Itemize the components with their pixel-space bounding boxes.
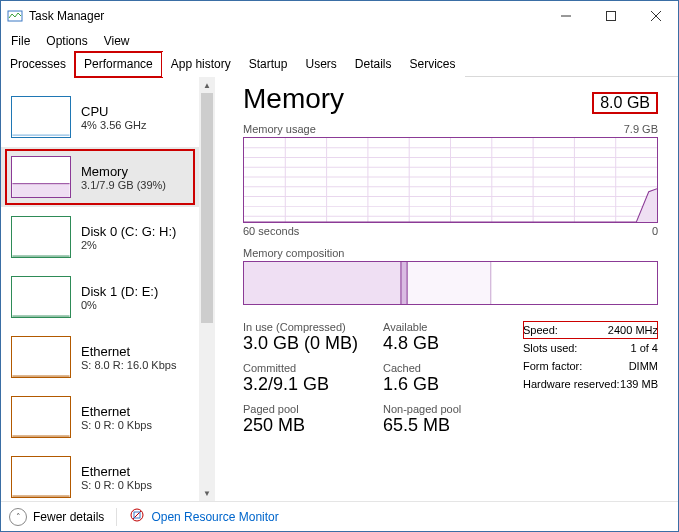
maximize-button[interactable] [588, 1, 633, 30]
memory-thumb [11, 156, 71, 198]
available-label: Available [383, 321, 493, 333]
tab-users[interactable]: Users [296, 52, 345, 77]
sidebar-item-cpu[interactable]: CPU 4% 3.56 GHz [1, 87, 199, 147]
memory-total: 8.0 GB [592, 92, 658, 114]
statusbar: ˄ Fewer details Open Resource Monitor [1, 501, 678, 531]
tab-app-history[interactable]: App history [162, 52, 240, 77]
scroll-track[interactable] [199, 93, 215, 485]
sidebar-item-eth1[interactable]: Ethernet S: 0 R: 0 Kbps [1, 387, 199, 447]
content: CPU 4% 3.56 GHz Memory 3.1/7.9 GB (39%) [1, 77, 678, 501]
tab-processes[interactable]: Processes [1, 52, 75, 77]
memory-composition-graph[interactable] [243, 261, 658, 305]
slots-label: Slots used: [523, 342, 577, 354]
eth0-text: Ethernet S: 8.0 R: 16.0 Kbps [81, 344, 176, 371]
in-use-value: 3.0 GB (0 MB) [243, 333, 383, 354]
window-controls [543, 1, 678, 31]
tab-services[interactable]: Services [401, 52, 465, 77]
disk0-sub: 2% [81, 239, 176, 251]
stat-in-use: In use (Compressed) 3.0 GB (0 MB) [243, 321, 383, 354]
speed-label: Speed: [523, 324, 558, 336]
sidebar-item-disk1[interactable]: Disk 1 (D: E:) 0% [1, 267, 199, 327]
eth2-sub: S: 0 R: 0 Kbps [81, 479, 152, 491]
scroll-thumb[interactable] [201, 93, 213, 323]
eth0-sub: S: 8.0 R: 16.0 Kbps [81, 359, 176, 371]
stat-nonpaged: Non-paged pool 65.5 MB [383, 403, 493, 436]
cached-value: 1.6 GB [383, 374, 493, 395]
close-button[interactable] [633, 1, 678, 30]
sidebar-item-eth2[interactable]: Ethernet S: 0 R: 0 Kbps [1, 447, 199, 501]
row-speed: Speed: 2400 MHz [523, 321, 658, 339]
usage-label-row: Memory usage 7.9 GB [243, 123, 658, 135]
tab-performance[interactable]: Performance [75, 52, 162, 77]
committed-label: Committed [243, 362, 383, 374]
row-slots: Slots used: 1 of 4 [523, 339, 658, 357]
stats: In use (Compressed) 3.0 GB (0 MB) Availa… [243, 321, 658, 444]
usage-max: 7.9 GB [624, 123, 658, 135]
cached-label: Cached [383, 362, 493, 374]
eth0-thumb [11, 336, 71, 378]
slots-value: 1 of 4 [630, 342, 658, 354]
row-form: Form factor: DIMM [523, 357, 658, 375]
cpu-sub: 4% 3.56 GHz [81, 119, 146, 131]
resource-monitor-icon [129, 507, 145, 526]
committed-value: 3.2/9.1 GB [243, 374, 383, 395]
nonpaged-label: Non-paged pool [383, 403, 493, 415]
eth1-title: Ethernet [81, 404, 152, 419]
usage-x-row: 60 seconds 0 [243, 225, 658, 237]
page-title: Memory [243, 83, 344, 115]
memory-text: Memory 3.1/7.9 GB (39%) [81, 164, 166, 191]
available-value: 4.8 GB [383, 333, 493, 354]
cpu-title: CPU [81, 104, 146, 119]
minimize-button[interactable] [543, 1, 588, 30]
cpu-text: CPU 4% 3.56 GHz [81, 104, 146, 131]
sidebar-scrollbar[interactable]: ▲ ▼ [199, 77, 215, 501]
tab-startup[interactable]: Startup [240, 52, 297, 77]
main-pane: Memory 8.0 GB Memory usage 7.9 GB [215, 77, 678, 501]
paged-label: Paged pool [243, 403, 383, 415]
eth2-title: Ethernet [81, 464, 152, 479]
eth1-thumb [11, 396, 71, 438]
disk0-text: Disk 0 (C: G: H:) 2% [81, 224, 176, 251]
paged-value: 250 MB [243, 415, 383, 436]
disk0-title: Disk 0 (C: G: H:) [81, 224, 176, 239]
row-hwres: Hardware reserved: 139 MB [523, 375, 658, 393]
eth0-title: Ethernet [81, 344, 176, 359]
tab-details[interactable]: Details [346, 52, 401, 77]
sidebar: CPU 4% 3.56 GHz Memory 3.1/7.9 GB (39%) [1, 77, 199, 501]
titlebar[interactable]: Task Manager [1, 1, 678, 31]
cpu-thumb [11, 96, 71, 138]
scroll-down-button[interactable]: ▼ [199, 485, 215, 501]
x-right: 0 [652, 225, 658, 237]
open-resource-monitor-link[interactable]: Open Resource Monitor [129, 507, 278, 526]
sidebar-item-memory[interactable]: Memory 3.1/7.9 GB (39%) [1, 147, 199, 207]
open-resource-monitor-label: Open Resource Monitor [151, 510, 278, 524]
fewer-details-label: Fewer details [33, 510, 104, 524]
memory-title: Memory [81, 164, 166, 179]
svg-rect-2 [606, 11, 615, 20]
stat-committed: Committed 3.2/9.1 GB [243, 362, 383, 395]
menu-view[interactable]: View [96, 32, 138, 50]
fewer-details-button[interactable]: ˄ Fewer details [9, 508, 104, 526]
sidebar-item-eth0[interactable]: Ethernet S: 8.0 R: 16.0 Kbps [1, 327, 199, 387]
menu-file[interactable]: File [3, 32, 38, 50]
stat-paged: Paged pool 250 MB [243, 403, 383, 436]
stat-available: Available 4.8 GB [383, 321, 493, 354]
menu-options[interactable]: Options [38, 32, 95, 50]
svg-rect-30 [401, 262, 407, 304]
main-header: Memory 8.0 GB [243, 83, 658, 115]
stat-cached: Cached 1.6 GB [383, 362, 493, 395]
svg-rect-31 [407, 262, 491, 304]
disk1-sub: 0% [81, 299, 158, 311]
disk1-title: Disk 1 (D: E:) [81, 284, 158, 299]
memory-usage-graph[interactable] [243, 137, 658, 223]
hwres-value: 139 MB [620, 378, 658, 390]
nonpaged-value: 65.5 MB [383, 415, 493, 436]
scroll-up-button[interactable]: ▲ [199, 77, 215, 93]
window-title: Task Manager [29, 9, 543, 23]
task-manager-window: Task Manager File Options View Processes… [0, 0, 679, 532]
sidebar-item-disk0[interactable]: Disk 0 (C: G: H:) 2% [1, 207, 199, 267]
memory-sub: 3.1/7.9 GB (39%) [81, 179, 166, 191]
comp-label-row: Memory composition [243, 247, 658, 259]
eth1-text: Ethernet S: 0 R: 0 Kbps [81, 404, 152, 431]
tabs: Processes Performance App history Startu… [1, 51, 678, 77]
